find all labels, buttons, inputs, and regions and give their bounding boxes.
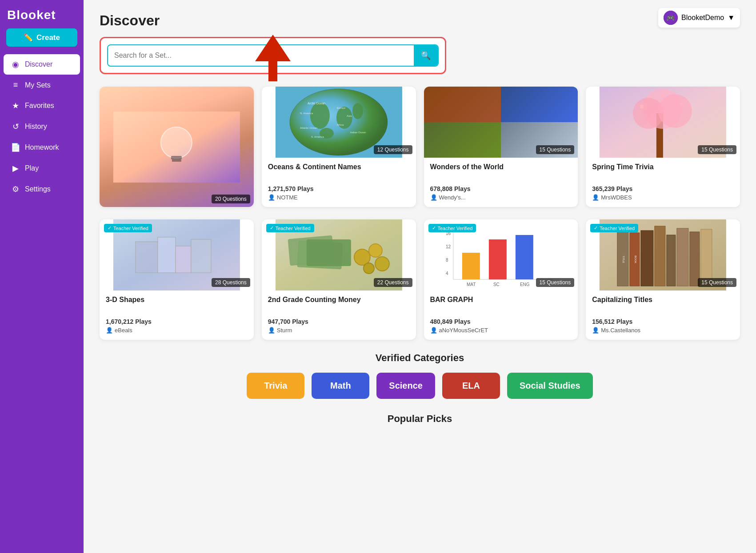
card-bar-graph[interactable]: ✓ Teacher Verified 16 12 8 4 — [424, 219, 578, 340]
verified-text: Teacher Verified — [113, 226, 148, 231]
svg-rect-60 — [655, 226, 665, 286]
svg-point-26 — [658, 94, 692, 128]
search-input[interactable] — [108, 46, 414, 65]
sidebar-item-settings[interactable]: ⚙ Settings — [4, 179, 80, 199]
card-title: Capitalizing Titles — [592, 296, 734, 314]
svg-point-41 — [364, 263, 374, 274]
discover-icon: ◉ — [11, 60, 20, 69]
card-author: 👤 Sturm — [268, 327, 410, 334]
author-icon: 👤 — [592, 194, 599, 201]
card-oceans-continents[interactable]: Arctic Ocean N. America Europe Asia Afri… — [262, 87, 416, 207]
svg-point-12 — [352, 103, 363, 119]
search-icon: 🔍 — [421, 51, 431, 60]
questions-badge: 12 Questions — [374, 145, 412, 154]
card-plays: 365,239 Plays — [592, 185, 734, 192]
svg-text:TITLE: TITLE — [622, 256, 625, 263]
sidebar-item-homework[interactable]: 📄 Homework — [4, 137, 80, 158]
card-image: ✓ Teacher Verified — [262, 219, 416, 290]
card-title: 3-D Shapes — [106, 296, 248, 314]
user-header[interactable]: 🎮 BlooketDemo ▼ — [658, 8, 740, 28]
svg-point-42 — [375, 257, 389, 271]
card-image: ✓ Teacher Verified 16 12 8 4 — [424, 219, 578, 290]
homework-icon: 📄 — [11, 143, 20, 152]
card-body: BAR GRAPH 480,849 Plays 👤 aNoYMousSeCrET — [424, 290, 578, 340]
card-plays: 1,271,570 Plays — [268, 185, 410, 192]
svg-text:MAT: MAT — [466, 282, 475, 287]
card-author: 👤 Ms.Castellanos — [592, 327, 734, 334]
sidebar-item-label: My Sets — [25, 81, 51, 89]
search-wrapper: 🔍 — [100, 37, 446, 74]
search-button[interactable]: 🔍 — [414, 45, 438, 66]
svg-text:4: 4 — [445, 271, 448, 276]
create-button[interactable]: ✏️ Create — [6, 28, 77, 47]
avatar-icon: 🎮 — [664, 11, 678, 25]
sidebar-item-label: Favorites — [25, 102, 54, 110]
category-science[interactable]: Science — [376, 373, 435, 399]
card-3d-shapes[interactable]: ✓ Teacher Verified — [100, 219, 254, 340]
categories-title: Verified Categories — [100, 352, 740, 364]
card-counting-money[interactable]: ✓ Teacher Verified — [262, 219, 416, 340]
card-author: 👤 NOTME — [268, 194, 410, 201]
card-author: 👤 eBeals — [106, 327, 248, 334]
svg-rect-38 — [307, 239, 351, 266]
card-plays: 678,808 Plays — [430, 185, 572, 192]
create-label: Create — [36, 33, 60, 42]
card-author: 👤 Wendy's... — [430, 194, 572, 201]
svg-rect-6 — [171, 156, 182, 159]
card-spring-trivia[interactable]: 15 Questions Spring Time Trivia 365,239 … — [586, 87, 740, 207]
svg-rect-51 — [488, 239, 506, 279]
category-math[interactable]: Math — [312, 373, 369, 399]
sidebar-item-my-sets[interactable]: ≡ My Sets — [4, 75, 80, 95]
svg-text:12: 12 — [445, 244, 451, 249]
sidebar-item-discover[interactable]: ◉ Discover — [4, 54, 80, 75]
main-content: Discover 🎮 BlooketDemo ▼ — [84, 0, 756, 553]
username: BlooketDemo — [681, 14, 724, 22]
questions-badge: 22 Questions — [374, 278, 412, 287]
category-ela[interactable]: ELA — [442, 373, 500, 399]
svg-rect-7 — [172, 159, 181, 162]
featured-cards-grid: 20 Questions Brain Teasers 4,446,326 Pla… — [100, 87, 740, 207]
card-body: Oceans & Continent Names 1,271,570 Plays… — [262, 158, 416, 207]
checkmark-icon: ✓ — [594, 225, 598, 231]
svg-rect-52 — [515, 235, 533, 279]
sidebar-item-play[interactable]: ▶ Play — [4, 158, 80, 179]
card-plays: 156,512 Plays — [592, 318, 734, 325]
author-icon: 👤 — [430, 194, 437, 201]
card-brain-teasers[interactable]: 20 Questions Brain Teasers 4,446,326 Pla… — [100, 87, 254, 207]
dropdown-icon: ▼ — [728, 14, 735, 22]
history-icon: ↺ — [11, 122, 20, 131]
list-icon: ≡ — [11, 80, 20, 90]
svg-text:Africa: Africa — [337, 123, 344, 126]
svg-rect-33 — [176, 246, 191, 273]
svg-rect-50 — [462, 253, 480, 279]
questions-badge: 15 Questions — [698, 145, 736, 154]
search-inner: 🔍 — [107, 44, 439, 67]
svg-point-5 — [161, 127, 192, 158]
svg-rect-31 — [136, 242, 158, 273]
category-social-studies[interactable]: Social Studies — [507, 373, 593, 399]
card-wonders[interactable]: 15 Questions Wonders of the World 678,80… — [424, 87, 578, 207]
card-plays: 947,700 Plays — [268, 318, 410, 325]
svg-rect-59 — [641, 231, 653, 286]
svg-text:Indian Ocean: Indian Ocean — [350, 131, 366, 134]
sidebar-item-history[interactable]: ↺ History — [4, 116, 80, 137]
sidebar-nav: ◉ Discover ≡ My Sets ★ Favorites ↺ Histo… — [0, 54, 84, 200]
svg-text:BOOK: BOOK — [634, 255, 637, 263]
svg-rect-34 — [191, 239, 211, 273]
svg-rect-61 — [667, 235, 676, 286]
verified-text: Teacher Verified — [276, 226, 311, 231]
card-body: Spring Time Trivia 365,239 Plays 👤 MrsWD… — [586, 158, 740, 207]
create-icon: ✏️ — [24, 33, 33, 42]
card-capitalizing-titles[interactable]: ✓ Teacher Verified — [586, 219, 740, 340]
category-trivia[interactable]: Trivia — [247, 373, 304, 399]
verified-text: Teacher Verified — [438, 226, 473, 231]
sidebar-item-label: Discover — [25, 60, 52, 68]
author-icon: 👤 — [430, 327, 437, 334]
author-icon: 👤 — [268, 327, 275, 334]
card-image: Arctic Ocean N. America Europe Asia Afri… — [262, 87, 416, 158]
svg-text:Arctic Ocean: Arctic Ocean — [308, 102, 325, 105]
svg-rect-32 — [158, 237, 176, 273]
categories-grid: Trivia Math Science ELA Social Studies — [100, 373, 740, 399]
star-icon: ★ — [11, 101, 20, 111]
sidebar-item-favorites[interactable]: ★ Favorites — [4, 95, 80, 116]
